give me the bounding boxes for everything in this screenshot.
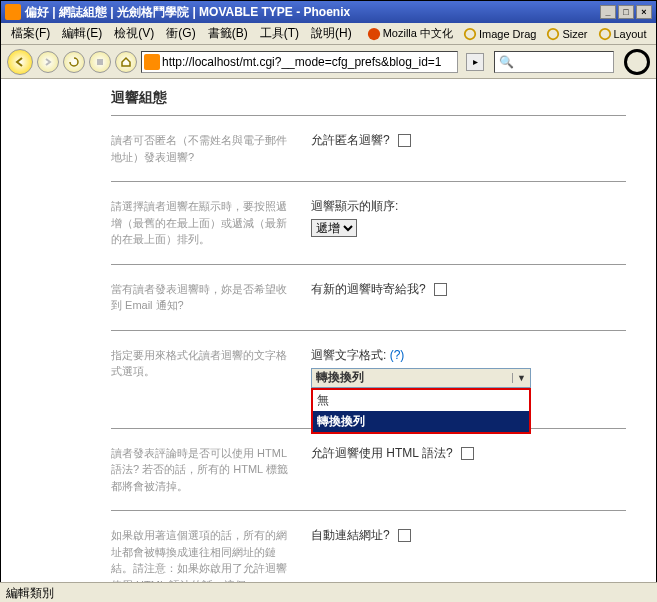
reload-icon [68, 56, 80, 68]
help-link[interactable]: (?) [390, 348, 405, 362]
menu-edit[interactable]: 編輯(E) [56, 23, 108, 44]
url-input[interactable] [162, 55, 455, 69]
arrow-right-icon [43, 57, 53, 67]
auto-link-checkbox[interactable] [398, 529, 411, 542]
menu-bookmarks[interactable]: 書籤(B) [202, 23, 254, 44]
svg-rect-4 [97, 59, 103, 65]
gear-icon [546, 27, 560, 41]
navigation-toolbar: ▸ 🔍 [1, 45, 656, 79]
url-bar[interactable] [141, 51, 458, 73]
section-desc: 當有讀者發表迴響時，妳是否希望收到 Email 通知? [111, 281, 311, 314]
reload-button[interactable] [63, 51, 85, 73]
window-titlebar: 偏好 | 網誌組態 | 光劍格鬥學院 | MOVABLE TYPE - Phoe… [1, 1, 656, 23]
section-desc: 如果啟用著這個選項的話，所有的網址都會被轉換成連往相同網址的鏈結。請注意：如果妳… [111, 527, 311, 583]
section-desc: 讀者發表評論時是否可以使用 HTML 語法? 若否的話，所有的 HTML 標籤都… [111, 445, 311, 495]
menu-tools[interactable]: 工具(T) [254, 23, 305, 44]
ext-sizer[interactable]: Sizer [541, 25, 592, 43]
stop-icon [95, 57, 105, 67]
search-box[interactable]: 🔍 [494, 51, 614, 73]
svg-point-2 [548, 28, 559, 39]
section-auto-link: 如果啟用著這個選項的話，所有的網址都會被轉換成連往相同網址的鏈結。請注意：如果妳… [111, 510, 626, 583]
field-label: 自動連結網址? [311, 527, 390, 544]
arrow-left-icon [14, 56, 26, 68]
home-icon [120, 56, 132, 68]
statusbar: 編輯類別 [0, 582, 657, 602]
svg-point-1 [465, 28, 476, 39]
field-label: 迴響文字格式: [311, 348, 386, 362]
menu-view[interactable]: 檢視(V) [108, 23, 160, 44]
gear-icon [463, 27, 477, 41]
mozilla-icon [367, 27, 381, 41]
menu-extensions: Mozilla 中文化 Image Drag Sizer Layout [362, 24, 652, 43]
app-icon [5, 4, 21, 20]
window-title: 偏好 | 網誌組態 | 光劍格鬥學院 | MOVABLE TYPE - Phoe… [25, 4, 600, 21]
field-label: 迴響顯示的順序: [311, 198, 626, 215]
section-text-format: 指定要用來格式化讀者迴響的文字格式選項。 迴響文字格式: (?) 轉換換列 ▼ … [111, 330, 626, 428]
ext-mozilla-cn[interactable]: Mozilla 中文化 [362, 24, 458, 43]
section-desc: 請選擇讀者迴響在顯示時，要按照遞增（最舊的在最上面）或遞減（最新的在最上面）排列… [111, 198, 311, 248]
search-icon: 🔍 [499, 55, 514, 69]
back-button[interactable] [7, 49, 33, 75]
email-notify-checkbox[interactable] [434, 283, 447, 296]
field-label: 允許迴響使用 HTML 語法? [311, 445, 453, 462]
maximize-button[interactable]: □ [618, 5, 634, 19]
ext-layout[interactable]: Layout [593, 25, 652, 43]
menubar: 檔案(F) 編輯(E) 檢視(V) 衝(G) 書籤(B) 工具(T) 說明(H)… [1, 23, 656, 45]
minimize-button[interactable]: _ [600, 5, 616, 19]
field-label: 有新的迴響時寄給我? [311, 281, 426, 298]
status-text: 編輯類別 [6, 586, 54, 600]
go-button[interactable]: ▸ [466, 53, 484, 71]
stop-button[interactable] [89, 51, 111, 73]
dropdown-list: 無 轉換換列 [311, 388, 531, 434]
section-desc: 指定要用來格式化讀者迴響的文字格式選項。 [111, 347, 311, 388]
site-icon [144, 54, 160, 70]
menu-go[interactable]: 衝(G) [160, 23, 201, 44]
order-select[interactable]: 遞增 [311, 219, 357, 237]
page-title: 迴響組態 [111, 89, 626, 107]
section-order: 請選擇讀者迴響在顯示時，要按照遞增（最舊的在最上面）或遞減（最新的在最上面）排列… [111, 181, 626, 264]
section-desc: 讀者可否匿名（不需姓名與電子郵件地址）發表迴響? [111, 132, 311, 165]
text-format-select[interactable]: 轉換換列 ▼ 無 轉換換列 [311, 368, 531, 388]
gear-icon [598, 27, 612, 41]
ext-image-drag[interactable]: Image Drag [458, 25, 541, 43]
forward-button[interactable] [37, 51, 59, 73]
svg-point-0 [368, 27, 380, 39]
select-value: 轉換換列 [316, 369, 364, 386]
section-allow-html: 讀者發表評論時是否可以使用 HTML 語法? 若否的話，所有的 HTML 標籤都… [111, 428, 626, 511]
menu-file[interactable]: 檔案(F) [5, 23, 56, 44]
page-content: 迴響組態 讀者可否匿名（不需姓名與電子郵件地址）發表迴響? 允許匿名迴響? 請選… [1, 79, 656, 583]
search-input[interactable] [518, 55, 608, 69]
svg-point-3 [599, 28, 610, 39]
allow-html-checkbox[interactable] [461, 447, 474, 460]
window-controls: _ □ × [600, 5, 652, 19]
chevron-down-icon: ▼ [512, 373, 526, 383]
dropdown-option-none[interactable]: 無 [313, 390, 529, 411]
menu-help[interactable]: 說明(H) [305, 23, 358, 44]
home-button[interactable] [115, 51, 137, 73]
anonymous-checkbox[interactable] [398, 134, 411, 147]
section-email-notify: 當有讀者發表迴響時，妳是否希望收到 Email 通知? 有新的迴響時寄給我? [111, 264, 626, 330]
field-label: 允許匿名迴響? [311, 132, 390, 149]
section-anonymous: 讀者可否匿名（不需姓名與電子郵件地址）發表迴響? 允許匿名迴響? [111, 115, 626, 181]
dropdown-option-convert[interactable]: 轉換換列 [313, 411, 529, 432]
throbber-icon [624, 49, 650, 75]
close-button[interactable]: × [636, 5, 652, 19]
